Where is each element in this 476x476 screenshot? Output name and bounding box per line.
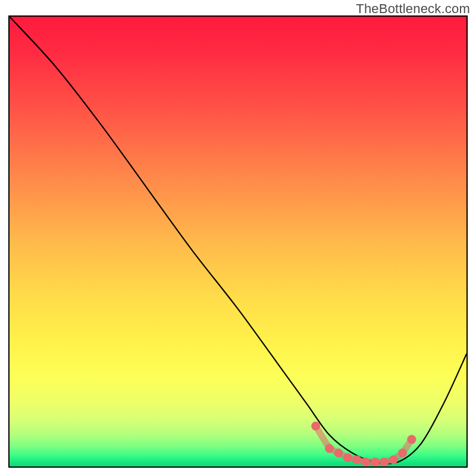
bottleneck-curve — [10, 17, 466, 464]
svg-point-11 — [311, 422, 320, 431]
svg-point-18 — [380, 458, 389, 466]
watermark-text: TheBottleneck.com — [356, 1, 470, 17]
svg-point-12 — [325, 444, 334, 453]
plot-area — [10, 17, 466, 466]
svg-point-21 — [407, 435, 416, 444]
svg-point-20 — [398, 449, 407, 458]
chart-container: TheBottleneck.com — [0, 0, 476, 476]
svg-point-13 — [334, 449, 343, 458]
svg-point-19 — [389, 455, 398, 464]
curve-layer — [10, 17, 466, 466]
svg-point-16 — [362, 458, 371, 466]
svg-point-17 — [371, 458, 380, 466]
svg-point-15 — [352, 455, 361, 464]
optimal-range-markers — [311, 422, 416, 466]
svg-point-14 — [343, 453, 352, 462]
